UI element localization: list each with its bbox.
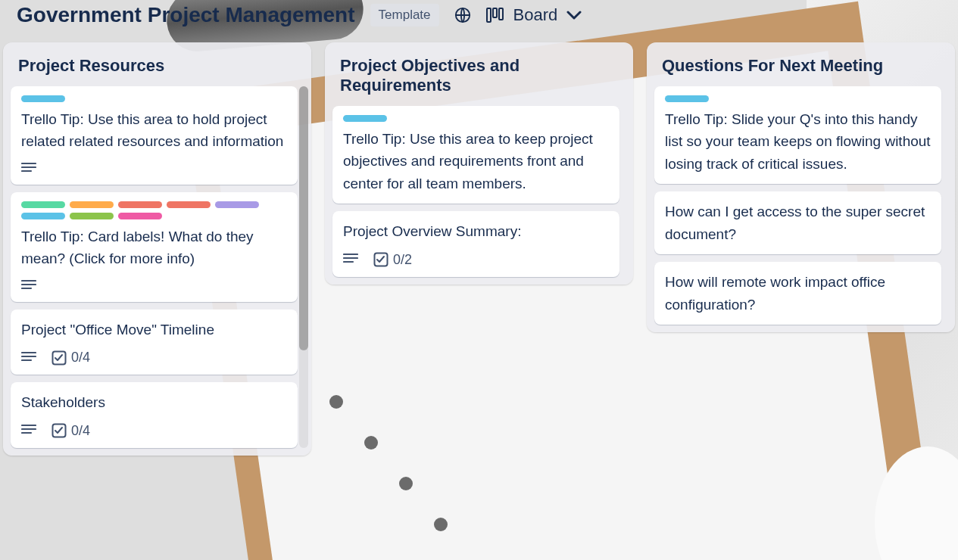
label-pill[interactable] <box>70 213 114 219</box>
card-labels <box>21 95 287 102</box>
card-text: Trello Tip: Slide your Q's into this han… <box>665 108 931 175</box>
globe-icon[interactable] <box>454 7 471 23</box>
label-pill[interactable] <box>21 201 65 208</box>
list-title[interactable]: Project Resources <box>11 56 304 86</box>
chevron-down-icon <box>566 10 582 20</box>
card-text: Stakeholders <box>21 391 287 413</box>
card[interactable]: Trello Tip: Card labels! What do they me… <box>11 192 298 302</box>
label-pill[interactable] <box>665 95 709 102</box>
label-pill[interactable] <box>21 95 65 102</box>
card-labels <box>21 201 287 219</box>
checklist-badge: 0/4 <box>51 423 90 439</box>
card[interactable]: Trello Tip: Use this area to hold projec… <box>11 86 298 185</box>
label-pill[interactable] <box>21 213 65 219</box>
card-labels <box>665 95 931 102</box>
list-title[interactable]: Project Objectives and Requirements <box>332 56 626 106</box>
card-badges <box>21 279 287 293</box>
checklist-count: 0/4 <box>71 423 90 439</box>
view-switcher[interactable]: Board <box>486 5 582 25</box>
card[interactable]: Trello Tip: Use this area to keep projec… <box>332 106 619 204</box>
label-pill[interactable] <box>215 201 259 208</box>
card-badges: 0/4 <box>21 423 287 439</box>
list: Project ResourcesTrello Tip: Use this ar… <box>3 42 311 456</box>
board-title[interactable]: Government Project Management <box>17 3 355 27</box>
card-text: Project "Office Move" Timeline <box>21 319 287 341</box>
paper-hole <box>434 518 448 531</box>
board-header: Government Project Management Template B… <box>0 0 958 42</box>
view-label: Board <box>513 5 558 25</box>
card[interactable]: Project "Office Move" Timeline0/4 <box>11 310 298 375</box>
description-icon <box>21 351 36 365</box>
svg-rect-3 <box>499 8 503 20</box>
card[interactable]: Stakeholders0/4 <box>11 382 298 447</box>
card-badges <box>21 162 287 176</box>
card[interactable]: Project Overview Summary:0/2 <box>332 211 619 276</box>
card[interactable]: How will remote work impact office confi… <box>654 262 941 325</box>
card[interactable]: Trello Tip: Slide your Q's into this han… <box>654 86 941 184</box>
label-pill[interactable] <box>167 201 211 208</box>
description-icon <box>21 424 36 437</box>
card-text: Trello Tip: Card labels! What do they me… <box>21 226 287 270</box>
list: Questions For Next MeetingTrello Tip: Sl… <box>647 42 955 332</box>
checklist-badge: 0/2 <box>373 252 412 268</box>
label-pill[interactable] <box>70 201 114 208</box>
card-badges: 0/4 <box>21 350 287 366</box>
label-pill[interactable] <box>118 201 162 208</box>
card-text: Trello Tip: Use this area to keep projec… <box>343 128 609 194</box>
paper-hole <box>399 477 413 490</box>
card-badges: 0/2 <box>343 252 609 268</box>
checklist-count: 0/2 <box>393 252 412 268</box>
card-labels <box>343 115 609 122</box>
description-icon <box>21 279 36 293</box>
board-icon <box>486 7 504 23</box>
list: Project Objectives and RequirementsTrell… <box>325 42 633 285</box>
svg-rect-2 <box>493 8 497 17</box>
svg-rect-1 <box>487 8 491 22</box>
template-badge[interactable]: Template <box>370 4 439 26</box>
checklist-badge: 0/4 <box>51 350 90 366</box>
description-icon <box>343 253 358 266</box>
label-pill[interactable] <box>343 115 387 122</box>
list-title[interactable]: Questions For Next Meeting <box>654 56 947 86</box>
card[interactable]: How can I get access to the super secret… <box>654 191 941 254</box>
label-pill[interactable] <box>118 213 162 219</box>
scrollbar-thumb[interactable] <box>299 86 308 350</box>
card-text: How can I get access to the super secret… <box>665 201 931 245</box>
card-text: How will remote work impact office confi… <box>665 271 931 316</box>
checklist-count: 0/4 <box>71 350 90 366</box>
card-text: Trello Tip: Use this area to hold projec… <box>21 108 287 153</box>
card-text: Project Overview Summary: <box>343 220 609 242</box>
description-icon <box>21 162 36 176</box>
